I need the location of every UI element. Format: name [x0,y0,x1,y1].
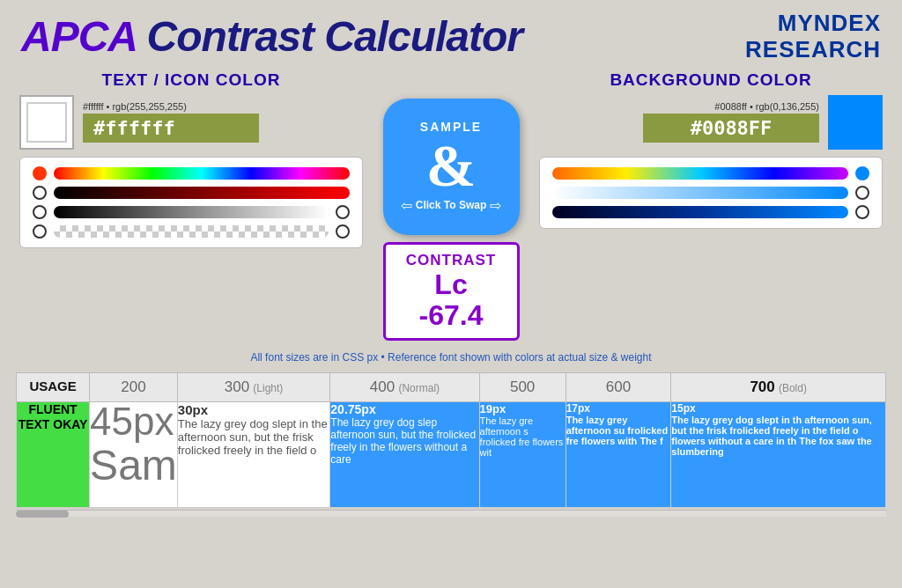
bg-color-meta: #0088ff • rgb(0,136,255) [643,101,819,143]
bg-color-swatch[interactable] [828,95,883,150]
bg-color-hex-input[interactable] [643,114,819,143]
horizontal-scrollbar[interactable] [16,510,886,517]
th-200: 200 [90,373,178,402]
sample-500-text: The lazy gre afternoon s frolicked fre f… [480,415,566,458]
alpha-slider-row [33,224,350,239]
contrast-label: CONTRAST [400,252,503,269]
text-color-sliders [19,157,363,248]
hue-slider-indicator[interactable] [33,166,47,180]
bg-color-info: #0088ff • rgb(0,136,255) [539,95,883,150]
th-400: 400 (Normal) [330,373,479,402]
dark-slider-end [336,205,350,219]
header: APCA Contrast Calculator MYNDEX RESEARCH [0,0,902,70]
red-slider[interactable] [54,187,350,199]
table-header-row: USAGE 200 300 (Light) 400 (Normal) 500 6… [17,373,886,402]
red-slider-indicator[interactable] [33,186,47,200]
swap-left-arrow: ⇦ [401,197,412,214]
th-300: 300 (Light) [177,373,330,402]
th-600: 600 [566,373,671,402]
sample-200-cell: 45px Sam [90,402,178,508]
bg-color-rgb: #0088ff • rgb(0,136,255) [643,101,819,112]
sample-600-cell: 17px The lazy grey afternoon su frolicke… [566,402,671,508]
main-content: TEXT / ICON COLOR #ffffff • rgb(255,255,… [0,70,902,524]
sample-400-text: The lazy grey dog slep afternoon sun, bu… [330,416,478,466]
click-to-swap-label: Click To Swap [416,199,486,211]
color-controls: TEXT / ICON COLOR #ffffff • rgb(255,255,… [16,70,886,341]
center-panel: SAMPLE & ⇦ Click To Swap ⇨ CONTRAST Lc -… [363,70,539,341]
th-usage: USAGE [17,373,90,402]
bg-color-panel: BACKGROUND COLOR #0088ff • rgb(0,136,255… [539,70,883,229]
text-color-meta: #ffffff • rgb(255,255,255) [83,101,259,143]
scrollbar-thumb[interactable] [16,511,69,518]
text-color-hex-input[interactable] [83,114,259,143]
reference-note: All font sizes are in CSS px • Reference… [16,348,886,367]
alpha-slider-indicator [33,224,47,239]
sample-400-cell: 20.75px The lazy grey dog slep afternoon… [330,402,479,508]
swap-right-arrow: ⇨ [490,197,501,214]
dark-slider[interactable] [54,206,329,218]
contrast-value: Lc -67.4 [400,269,503,331]
sample-500-size: 19px [480,402,566,415]
red-slider-row [33,186,350,200]
bg-color-label: BACKGROUND COLOR [539,70,883,90]
fluent-text-cell: FLUENT TEXT OKAY [17,402,90,508]
text-color-swatch-inner [26,102,67,143]
dark-slider-row [33,205,350,219]
hue-slider-row [33,166,350,180]
text-color-info: #ffffff • rgb(255,255,255) [19,95,363,150]
brand-logo: MYNDEX RESEARCH [745,11,881,63]
sample-700-cell: 15px The lazy grey dog slept in th after… [671,402,886,508]
sample-700-size: 15px [671,402,885,415]
sample-300-text: The lazy grey dog slept in the afternoon… [178,417,330,457]
app-title: APCA Contrast Calculator [21,12,522,61]
title-rest: Contrast Calculator [136,13,522,60]
fluent-label: FLUENT TEXT OKAY [18,402,88,431]
sample-200-size: 45px [90,402,177,441]
alpha-slider-end [336,224,350,239]
sample-400-size: 20.75px [330,402,478,416]
sample-300-cell: 30px The lazy grey dog slept in the afte… [177,402,330,508]
usage-table: USAGE 200 300 (Light) 400 (Normal) 500 6… [16,372,886,508]
bg-hue-slider-row [552,166,869,180]
text-color-label: TEXT / ICON COLOR [19,70,363,90]
sample-600-text: The lazy grey afternoon su frolicked fre… [566,415,671,446]
sample-ampersand: & [426,136,477,195]
table-row: FLUENT TEXT OKAY 45px Sam 30px The lazy … [17,402,886,508]
th-700: 700 (Bold) [671,373,886,402]
swap-row: ⇦ Click To Swap ⇨ [401,197,501,214]
sample-300-size: 30px [178,402,330,417]
bg-white-slider-row [552,186,869,200]
text-color-rgb: #ffffff • rgb(255,255,255) [83,101,259,112]
text-color-panel: TEXT / ICON COLOR #ffffff • rgb(255,255,… [19,70,363,248]
bg-dark-indicator[interactable] [855,205,869,219]
hue-slider[interactable] [54,167,350,180]
alpha-slider[interactable] [54,225,329,238]
contrast-result-box: CONTRAST Lc -67.4 [383,242,520,341]
dark-slider-indicator [33,205,47,219]
title-apca: APCA [21,13,136,60]
sample-500-cell: 19px The lazy gre afternoon s frolicked … [479,402,566,508]
text-color-swatch-box[interactable] [19,95,74,150]
bg-color-sliders [539,157,883,229]
bg-dark-slider-row [552,205,869,219]
bg-dark-slider[interactable] [552,206,848,218]
sample-600-size: 17px [566,402,671,415]
th-500: 500 [479,373,566,402]
sample-200-text: Sam [90,441,177,489]
sample-preview[interactable]: SAMPLE & ⇦ Click To Swap ⇨ [383,99,520,235]
bg-hue-slider[interactable] [552,167,848,180]
bg-white-indicator[interactable] [855,186,869,200]
sample-700-text: The lazy grey dog slept in th afternoon … [671,415,885,457]
bg-white-slider[interactable] [552,187,848,199]
bg-hue-indicator[interactable] [855,166,869,180]
